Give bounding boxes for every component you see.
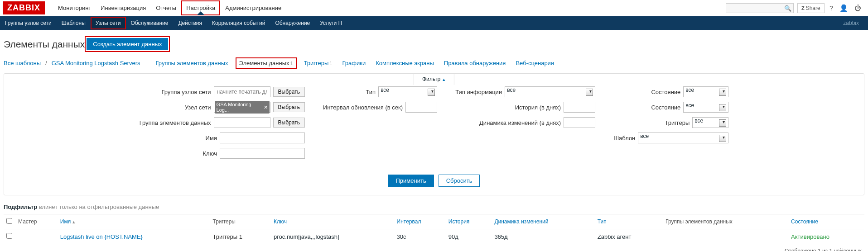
sort-asc-icon: ▲ <box>72 220 76 224</box>
subnav-maintenance[interactable]: Обслуживание <box>126 17 174 29</box>
col-type[interactable]: Тип <box>595 214 663 229</box>
cell-groups <box>663 229 788 244</box>
select-hostgroup-button[interactable]: Выбрать <box>273 87 305 97</box>
col-trends[interactable]: Динамика изменений <box>492 214 594 229</box>
subnav-services[interactable]: Услуги IT <box>315 17 348 29</box>
col-history[interactable]: История <box>446 214 492 229</box>
label-type: Тип <box>366 89 376 95</box>
subnav-actions[interactable]: Действия <box>173 17 207 29</box>
input-itemgroup[interactable] <box>214 117 270 128</box>
table-header-row: Мастер Имя▲ Триггеры Ключ Интервал Истор… <box>4 214 864 229</box>
share-button[interactable]: Z Share <box>797 3 825 13</box>
items-table: Мастер Имя▲ Триггеры Ключ Интервал Истор… <box>4 214 864 244</box>
label-status: Состояние <box>651 104 680 111</box>
crumb-separator: / <box>45 60 47 66</box>
input-interval[interactable] <box>405 102 437 113</box>
breadcrumb-tabs: Все шаблоны / GSA Monitoring Logstash Se… <box>4 57 864 69</box>
tab-graphs[interactable]: Графики <box>339 58 368 68</box>
zabbix-share-icon: Z <box>801 5 805 11</box>
subnav-templates[interactable]: Шаблоны <box>57 17 91 29</box>
nav-administration[interactable]: Администрирование <box>220 0 286 15</box>
remove-tag-icon[interactable]: ✕ <box>264 104 268 110</box>
label-update-interval: Интервал обновления (в сек) <box>323 104 403 111</box>
tab-screens[interactable]: Комплексные экраны <box>373 58 437 68</box>
select-type[interactable]: все <box>378 86 437 97</box>
crumb-all-templates[interactable]: Все шаблоны <box>4 60 41 66</box>
subnav-discovery[interactable]: Обнаружение <box>270 17 315 29</box>
subnav-hostgroups[interactable]: Группы узлов сети <box>0 17 57 29</box>
top-header: ZABBIX Мониторинг Инвентаризация Отчеты … <box>0 0 868 16</box>
apply-filter-button[interactable]: Применить <box>388 175 434 187</box>
label-trends: Динамика изменений (в днях) <box>479 119 561 126</box>
row-triggers-link[interactable]: Триггеры 1 <box>212 233 242 240</box>
sub-nav: Группы узлов сети Шаблоны Узлы сети Обсл… <box>0 16 868 30</box>
power-icon[interactable]: ⏻ <box>853 4 863 12</box>
nav-configuration[interactable]: Настройка <box>181 0 220 15</box>
input-hostgroup[interactable] <box>214 86 270 97</box>
label-host: Узел сети <box>185 104 211 111</box>
col-name[interactable]: Имя▲ <box>58 214 210 229</box>
col-master: Мастер <box>15 214 58 229</box>
cell-type: Zabbix агент <box>595 229 663 244</box>
col-status[interactable]: Состояние <box>788 214 864 229</box>
tab-web-scenarios[interactable]: Веб-сценарии <box>513 58 557 68</box>
select-state[interactable]: все <box>683 86 728 97</box>
filter-panel: Фильтр▲ Группа узлов сети Выбрать Узел с… <box>4 73 864 195</box>
row-checkbox[interactable] <box>6 233 12 239</box>
user-icon[interactable]: 👤 <box>838 4 849 12</box>
col-key[interactable]: Ключ <box>271 214 394 229</box>
cell-trends: 365д <box>492 229 594 244</box>
col-groups: Группы элементов данных <box>663 214 788 229</box>
cell-interval: 30с <box>394 229 446 244</box>
cell-key: proc.num[java,,,logstash] <box>271 229 394 244</box>
cell-master <box>15 229 58 244</box>
nav-inventory[interactable]: Инвентаризация <box>96 0 151 15</box>
label-state: Состояние <box>651 89 680 95</box>
page-header: Элементы данных Создать элемент данных <box>4 36 864 52</box>
select-status[interactable]: все <box>683 102 728 113</box>
col-interval[interactable]: Интервал <box>394 214 446 229</box>
input-history[interactable] <box>564 102 595 113</box>
label-template: Шаблон <box>613 135 635 142</box>
select-host-button[interactable]: Выбрать <box>273 102 305 112</box>
select-all-checkbox[interactable] <box>6 218 12 224</box>
help-icon[interactable]: ? <box>828 4 834 12</box>
crumb-template-name[interactable]: GSA Monitoring Logstash Servers <box>52 60 140 66</box>
table-row: Logstash live on {HOST.NAME} Триггеры 1 … <box>4 229 864 244</box>
select-template[interactable]: все <box>638 133 728 143</box>
create-button-highlight: Создать элемент данных <box>85 36 170 52</box>
tab-items[interactable]: Элементы данных1 <box>236 57 297 69</box>
filter-toggle[interactable]: Фильтр▲ <box>414 73 454 85</box>
subnav-hosts[interactable]: Узлы сети <box>91 17 126 29</box>
input-name[interactable] <box>220 133 305 143</box>
input-trends[interactable] <box>564 117 595 128</box>
reset-filter-button[interactable]: Сбросить <box>439 175 480 187</box>
label-name: Имя <box>206 135 217 142</box>
nav-reports[interactable]: Отчеты <box>151 0 181 15</box>
select-triggers[interactable]: все <box>692 117 728 128</box>
tab-item-groups[interactable]: Группы элементов данных <box>153 58 231 68</box>
item-name-link[interactable]: Logstash live on {HOST.NAME} <box>60 233 143 240</box>
subfilter-row: Подфильтр влияет только на отфильтрованн… <box>4 200 864 214</box>
select-info-type[interactable]: все <box>505 86 595 97</box>
input-host[interactable]: GSA Monitoring Log...✕ <box>214 102 270 113</box>
search-icon: 🔍 <box>784 5 791 12</box>
label-history: История (в днях) <box>515 104 561 111</box>
zabbix-logo[interactable]: ZABBIX <box>3 1 45 14</box>
create-item-button[interactable]: Создать элемент данных <box>87 38 168 50</box>
tab-triggers[interactable]: Триггеры1 <box>301 58 335 68</box>
header-right: 🔍 Z Share ? 👤 ⏻ <box>726 3 868 13</box>
subnav-correlation[interactable]: Корреляция событий <box>207 17 270 29</box>
status-link[interactable]: Активировано <box>791 233 829 240</box>
collapse-arrow-icon: ▲ <box>442 77 446 82</box>
label-triggers: Триггеры <box>665 119 690 126</box>
label-hostgroup: Группа узлов сети <box>161 89 211 95</box>
host-tag: GSA Monitoring Log...✕ <box>215 101 270 114</box>
select-itemgroup-button[interactable]: Выбрать <box>273 118 305 128</box>
nav-monitoring[interactable]: Мониторинг <box>53 0 96 15</box>
global-search[interactable]: 🔍 <box>726 3 794 13</box>
input-key[interactable] <box>220 148 305 159</box>
tab-discovery-rules[interactable]: Правила обнаружения <box>441 58 509 68</box>
label-info-type: Тип информации <box>455 89 502 95</box>
main-nav: Мониторинг Инвентаризация Отчеты Настрой… <box>53 0 286 15</box>
